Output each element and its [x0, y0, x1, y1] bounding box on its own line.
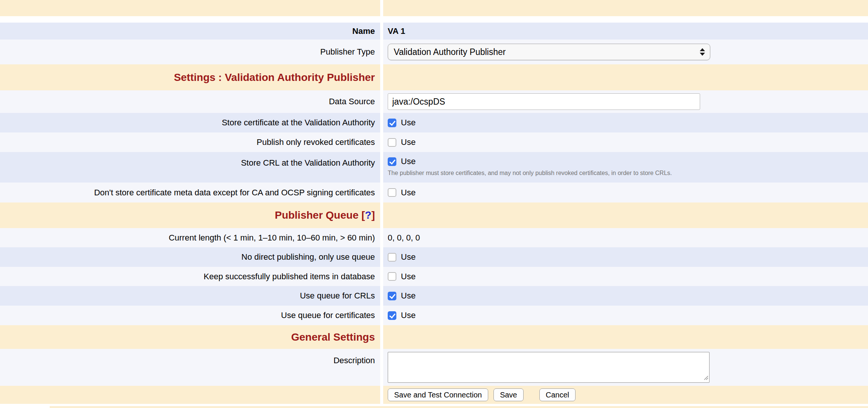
- queue-certs-checkbox[interactable]: [388, 311, 396, 320]
- data-source-input[interactable]: [388, 93, 700, 110]
- data-source-label: Data Source: [329, 97, 375, 107]
- save-button[interactable]: Save: [493, 388, 524, 401]
- store-certificate-use-label: Use: [401, 118, 416, 128]
- only-queue-label: No direct publishing, only use queue: [241, 252, 375, 262]
- queue-crls-checkbox[interactable]: [388, 292, 396, 300]
- row-only-queue: No direct publishing, only use queue Use: [0, 247, 868, 267]
- publish-revoked-use-label: Use: [401, 137, 416, 147]
- row-queue-certs: Use queue for certificates Use: [0, 306, 868, 325]
- only-queue-checkbox[interactable]: [388, 253, 396, 262]
- publish-revoked-label: Publish only revoked certificates: [257, 137, 375, 147]
- queue-help-link[interactable]: ?: [365, 209, 372, 221]
- skip-meta-use-label: Use: [401, 188, 416, 198]
- publisher-type-label: Publisher Type: [320, 47, 375, 57]
- row-general-header: General Settings: [0, 325, 868, 349]
- general-section-title: General Settings: [291, 331, 375, 343]
- publish-revoked-checkbox[interactable]: [388, 138, 396, 147]
- top-band-left: [0, 0, 380, 16]
- store-crl-checkbox[interactable]: [388, 157, 396, 166]
- row-store-crl: Store CRL at the Validation Authority Us…: [0, 152, 868, 183]
- footer-band: [0, 406, 868, 408]
- keep-published-label: Keep successfully published items in dat…: [204, 272, 375, 282]
- queue-certs-use-label: Use: [401, 311, 416, 320]
- row-queue-header: Publisher Queue [?]: [0, 202, 868, 228]
- queue-help-open-bracket: [: [361, 209, 365, 221]
- queue-crls-label: Use queue for CRLs: [300, 291, 375, 301]
- row-description: Description: [0, 349, 868, 386]
- publisher-type-selected-value: Validation Authority Publisher: [394, 47, 506, 57]
- row-skip-meta: Don't store certificate meta data except…: [0, 183, 868, 202]
- row-store-certificate: Store certificate at the Validation Auth…: [0, 113, 868, 132]
- publisher-edit-page: Name VA 1 Publisher Type Validation Auth…: [0, 0, 868, 408]
- top-band-right: [383, 0, 868, 16]
- only-queue-use-label: Use: [401, 252, 416, 262]
- queue-crls-use-label: Use: [401, 291, 416, 301]
- row-name: Name VA 1: [0, 23, 868, 40]
- cancel-button[interactable]: Cancel: [539, 388, 576, 401]
- settings-section-title: Settings : Validation Authority Publishe…: [174, 72, 375, 84]
- row-data-source: Data Source: [0, 90, 868, 113]
- row-queue-crls: Use queue for CRLs Use: [0, 286, 868, 306]
- keep-published-checkbox[interactable]: [388, 272, 396, 281]
- keep-published-use-label: Use: [401, 272, 416, 282]
- row-publisher-type: Publisher Type Validation Authority Publ…: [0, 40, 868, 64]
- column-divider: [380, 0, 383, 16]
- spacer-row: [0, 16, 868, 23]
- store-crl-label: Store CRL at the Validation Authority: [241, 158, 375, 168]
- description-label: Description: [333, 356, 375, 365]
- queue-length-label: Current length (< 1 min, 1–10 min, 10–60…: [169, 233, 375, 243]
- queue-help-close-bracket: ]: [372, 209, 375, 221]
- name-value: VA 1: [388, 26, 405, 36]
- row-publish-revoked: Publish only revoked certificates Use: [0, 132, 868, 152]
- skip-meta-label: Don't store certificate meta data except…: [94, 188, 375, 198]
- store-certificate-checkbox[interactable]: [388, 119, 396, 127]
- row-settings-header: Settings : Validation Authority Publishe…: [0, 64, 868, 90]
- description-textarea[interactable]: [388, 352, 710, 383]
- name-label: Name: [352, 26, 375, 36]
- row-buttons: Save and Test Connection Save Cancel: [0, 386, 868, 404]
- queue-certs-label: Use queue for certificates: [281, 311, 375, 320]
- store-certificate-label: Store certificate at the Validation Auth…: [222, 118, 375, 128]
- store-crl-use-label: Use: [401, 157, 416, 166]
- queue-section-title: Publisher Queue [?]: [275, 209, 375, 221]
- row-keep-published: Keep successfully published items in dat…: [0, 267, 868, 286]
- skip-meta-checkbox[interactable]: [388, 188, 396, 197]
- row-queue-length: Current length (< 1 min, 1–10 min, 10–60…: [0, 228, 868, 247]
- footer-notch: [0, 406, 50, 408]
- publisher-type-select[interactable]: Validation Authority Publisher: [388, 44, 710, 60]
- save-and-test-connection-button[interactable]: Save and Test Connection: [388, 388, 488, 401]
- store-crl-note: The publisher must store certificates, a…: [388, 170, 672, 177]
- top-band: [0, 0, 868, 16]
- select-stepper-icon: [700, 48, 705, 56]
- queue-length-value: 0, 0, 0, 0: [388, 233, 420, 243]
